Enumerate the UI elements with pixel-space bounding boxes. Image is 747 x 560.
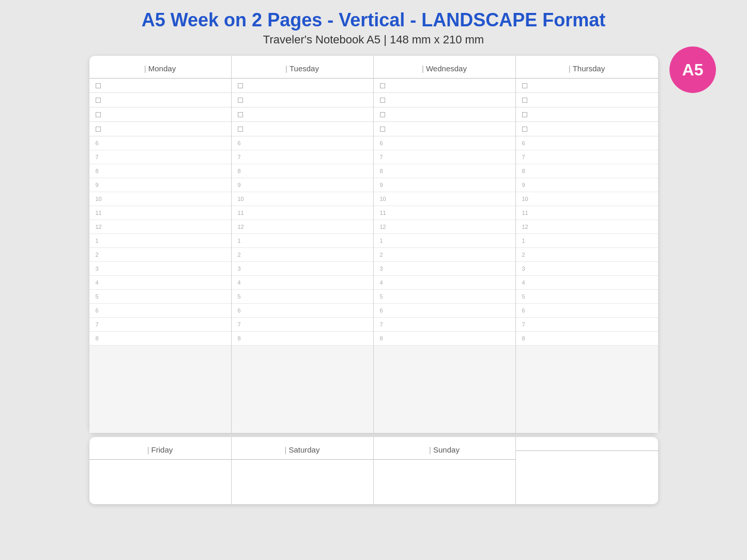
checkbox-row [232,79,373,93]
time-row: 9 [374,178,515,192]
time-row: 6 [89,304,231,318]
thursday-header: | Thursday [516,56,658,79]
time-row: 4 [232,276,373,290]
monday-checkboxes [89,79,231,136]
bottom-spacer [232,346,373,433]
checkbox[interactable] [238,83,243,88]
time-row: 4 [89,276,231,290]
time-row: 10 [89,192,231,206]
time-row: 6 [232,304,373,318]
checkbox[interactable] [380,127,385,132]
time-row: 12 [89,220,231,234]
thursday-column: | Thursday 6 7 8 9 10 11 12 1 2 3 [516,56,658,433]
time-row: 8 [374,332,515,346]
checkbox[interactable] [96,83,101,88]
time-row: 10 [232,192,373,206]
time-row: 6 [232,136,373,150]
time-row: 12 [232,220,373,234]
checkbox-row [232,122,373,136]
wednesday-header: | Wednesday [374,56,515,79]
time-row: 11 [232,206,373,220]
wednesday-checkboxes [374,79,515,136]
time-row: 3 [374,262,515,276]
time-row: 8 [516,332,658,346]
time-row: 7 [232,150,373,164]
time-row: 8 [232,164,373,178]
bottom-spacer [374,346,515,433]
time-row: 10 [516,192,658,206]
subtitle: Traveler's Notebook A5 | 148 mm x 210 mm [0,33,747,46]
checkbox-row [89,107,231,122]
sunday-header: | Sunday [374,437,515,460]
time-row: 2 [89,248,231,262]
saturday-header: | Saturday [232,437,373,460]
top-page: | Monday 6 7 8 9 10 11 12 1 2 3 [89,56,658,433]
checkbox-row [232,107,373,122]
bottom-page: | Friday | Saturday | Sunday [89,437,658,504]
saturday-column: | Saturday [232,437,374,504]
tuesday-header: | Tuesday [232,56,373,79]
checkbox[interactable] [522,127,527,132]
checkbox[interactable] [96,127,101,132]
checkbox[interactable] [96,98,101,103]
checkbox[interactable] [522,112,527,117]
time-row: 9 [232,178,373,192]
time-row: 7 [232,318,373,332]
time-row: 1 [89,234,231,248]
friday-header: | Friday [89,437,231,460]
time-row: 4 [374,276,515,290]
thursday-checkboxes [516,79,658,136]
time-row: 8 [89,332,231,346]
time-row: 7 [516,150,658,164]
time-row: 5 [516,290,658,304]
checkbox[interactable] [238,98,243,103]
time-row: 3 [232,262,373,276]
checkbox[interactable] [380,98,385,103]
empty-column [516,437,658,504]
checkbox[interactable] [238,127,243,132]
checkbox[interactable] [380,112,385,117]
time-row: 1 [232,234,373,248]
checkbox[interactable] [522,98,527,103]
tuesday-checkboxes [232,79,373,136]
checkbox-row [374,93,515,107]
time-row: 12 [516,220,658,234]
time-row: 2 [374,248,515,262]
checkbox-row [89,79,231,93]
a5-badge: A5 [669,46,716,93]
time-row: 11 [374,206,515,220]
time-row: 8 [516,164,658,178]
time-row: 8 [374,164,515,178]
bottom-day-grid: | Friday | Saturday | Sunday [89,437,658,504]
checkbox[interactable] [380,83,385,88]
time-row: 2 [516,248,658,262]
main-title: A5 Week on 2 Pages - Vertical - LANDSCAP… [0,9,747,31]
checkbox-row [374,107,515,122]
wednesday-column: | Wednesday 6 7 8 9 10 11 12 1 2 3 [374,56,516,433]
time-row: 5 [89,290,231,304]
time-row: 3 [89,262,231,276]
time-row: 7 [374,150,515,164]
time-row: 4 [516,276,658,290]
time-row: 7 [89,318,231,332]
time-row: 1 [374,234,515,248]
top-day-grid: | Monday 6 7 8 9 10 11 12 1 2 3 [89,56,658,433]
checkbox[interactable] [238,112,243,117]
tuesday-column: | Tuesday 6 7 8 9 10 11 12 1 2 3 [232,56,374,433]
time-row: 11 [516,206,658,220]
time-row: 8 [89,164,231,178]
checkbox-row [516,107,658,122]
time-row: 6 [516,304,658,318]
friday-column: | Friday [89,437,232,504]
checkbox-row [374,79,515,93]
time-row: 2 [232,248,373,262]
time-row: 6 [516,136,658,150]
checkbox[interactable] [96,112,101,117]
time-row: 7 [374,318,515,332]
time-row: 7 [89,150,231,164]
time-row: 8 [232,332,373,346]
time-row: 6 [374,304,515,318]
time-row: 10 [374,192,515,206]
checkbox[interactable] [522,83,527,88]
sunday-column: | Sunday [374,437,516,504]
